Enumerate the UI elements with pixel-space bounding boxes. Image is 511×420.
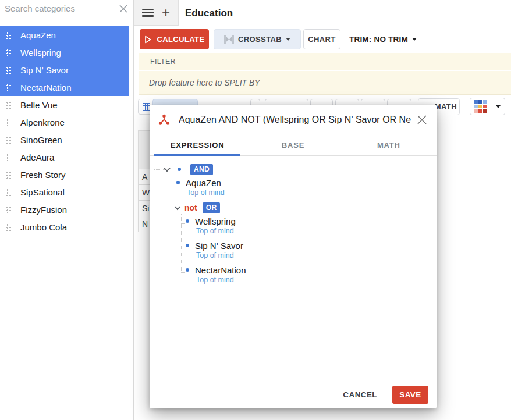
search-input[interactable] [0,0,114,16]
drag-handle-icon[interactable] [6,66,11,74]
palette-color-swatch [478,109,482,113]
filter-drop-zone[interactable]: FILTER [139,53,511,70]
category-label: AquaZen [20,30,56,40]
chevron-down-icon[interactable] [164,165,170,172]
search-row [0,0,132,17]
not-operator[interactable]: not [184,203,197,212]
category-label: Wellspring [20,48,61,58]
sidebar-item-sinogreen[interactable]: SinoGreen [0,131,129,148]
chevron-down-icon[interactable] [174,204,180,210]
node-bullet-icon [186,219,189,223]
caret-down-icon[interactable] [286,38,290,41]
sidebar-item-fresh-story[interactable]: Fresh Story [0,166,129,183]
node-attribute-label: Top of mind [150,251,437,261]
drag-handle-icon[interactable] [6,31,11,39]
category-sidebar: AquaZenWellspringSip N' SavorNectarNatio… [0,0,134,420]
dialog-tab-math[interactable]: MATH [341,135,437,155]
play-icon [144,35,152,44]
node-bullet-icon [176,181,180,184]
sidebar-item-fizzyfusion[interactable]: FizzyFusion [0,201,129,218]
operator-chip[interactable]: OR [203,202,221,213]
palette-color-swatch [483,109,487,113]
category-label: Fresh Story [20,170,66,180]
sidebar-item-adeaura[interactable]: AdeAura [0,148,129,166]
node-label[interactable]: Wellspring [195,216,236,226]
category-label: Alpenkrone [20,118,65,127]
tree-group-or[interactable]: notOR [150,201,437,214]
dialog-header: AquaZen AND NOT (Wellspring OR Sip N' Sa… [150,105,437,135]
drag-handle-icon[interactable] [6,119,11,126]
palette-color-swatch [483,105,487,109]
calculate-button[interactable]: CALCULATE [140,29,209,49]
split-by-drop-zone[interactable]: Drop feature here to SPLIT BY [139,71,511,95]
drag-handle-icon[interactable] [6,171,11,179]
drag-handle-icon[interactable] [6,223,11,231]
palette-grid-icon[interactable] [470,98,491,115]
sidebar-item-nectarnation[interactable]: NectarNation [0,79,129,96]
cancel-button[interactable]: CANCEL [343,390,377,399]
tree-node-aquazen[interactable]: AquaZenTop of mind [150,177,437,198]
sidebar-item-sip-n-savor[interactable]: Sip N' Savor [0,61,129,79]
palette-color-swatch [474,109,478,113]
drag-handle-icon[interactable] [6,101,11,109]
dialog-title: AquaZen AND NOT (Wellspring OR Sip N' Sa… [179,115,411,125]
sidebar-item-wellspring[interactable]: Wellspring [0,44,129,61]
palette-color-swatch [474,105,478,109]
category-label: SinoGreen [20,135,62,145]
sidebar-item-jumbo-cola[interactable]: Jumbo Cola [0,218,129,236]
node-attribute-label: Top of mind [150,188,437,198]
crosstab-button[interactable]: CROSSTAB [214,29,301,49]
drag-handle-icon[interactable] [6,136,11,144]
dialog-tab-expression[interactable]: EXPRESSION [150,135,245,155]
caret-down-icon [412,38,417,41]
drag-handle-icon[interactable] [6,49,11,56]
palette-button[interactable] [470,98,505,115]
node-bullet-icon [186,244,189,247]
drag-handle-icon[interactable] [6,154,11,161]
node-attribute-label: Top of mind [150,276,437,285]
sidebar-item-aquazen[interactable]: AquaZen [0,26,129,44]
node-bullet-icon [186,268,189,272]
node-bullet-icon [178,168,181,171]
node-label[interactable]: NectarNation [195,265,246,275]
category-label: AdeAura [20,152,54,162]
save-button[interactable]: SAVE [392,386,428,404]
category-list: AquaZenWellspringSip N' SavorNectarNatio… [0,26,129,236]
expression-network-icon [158,113,171,126]
palette-color-swatch [478,105,482,109]
palette-caret-button[interactable] [491,98,505,115]
category-label: Sip N' Savor [20,65,69,75]
drag-handle-icon[interactable] [6,188,11,196]
operator-chip[interactable]: AND [190,164,213,175]
drag-handle-icon[interactable] [6,84,11,91]
tree-node-sip-n-savor[interactable]: Sip N' SavorTop of mind [150,240,437,261]
menu-icon[interactable] [142,9,154,17]
node-label[interactable]: AquaZen [186,178,221,188]
category-label: Belle Vue [20,100,58,110]
trim-dropdown[interactable]: TRIM: NO TRIM [349,29,417,49]
sidebar-item-belle-vue[interactable]: Belle Vue [0,96,129,113]
chart-button[interactable]: CHART [303,29,340,49]
tree-group-and[interactable]: AND [150,163,437,176]
tree-node-wellspring[interactable]: WellspringTop of mind [150,215,437,236]
palette-color-swatch [483,100,487,104]
tab-strip: + [134,0,179,26]
palette-color-swatch [474,100,478,104]
expression-tree: ANDAquaZenTop of mindnotORWellspringTop … [150,156,437,380]
node-label[interactable]: Sip N' Savor [195,241,243,251]
category-label: NectarNation [20,83,72,92]
page-title: Education [185,8,233,19]
close-icon[interactable] [416,113,428,126]
dialog-tabs: EXPRESSIONBASEMATH [150,135,437,156]
drag-handle-icon[interactable] [6,206,11,213]
caret-down-icon [496,105,501,108]
sidebar-item-alpenkrone[interactable]: Alpenkrone [0,113,129,131]
tree-node-nectarnation[interactable]: NectarNationTop of mind [150,264,437,285]
sidebar-item-sipsational[interactable]: SipSational [0,183,129,201]
dialog-tab-base[interactable]: BASE [245,135,340,155]
node-attribute-label: Top of mind [150,227,437,236]
add-tab-icon[interactable]: + [162,7,170,19]
search-clear-icon[interactable] [118,3,129,14]
expression-dialog: AquaZen AND NOT (Wellspring OR Sip N' Sa… [150,105,437,408]
crosstab-icon [224,35,234,44]
